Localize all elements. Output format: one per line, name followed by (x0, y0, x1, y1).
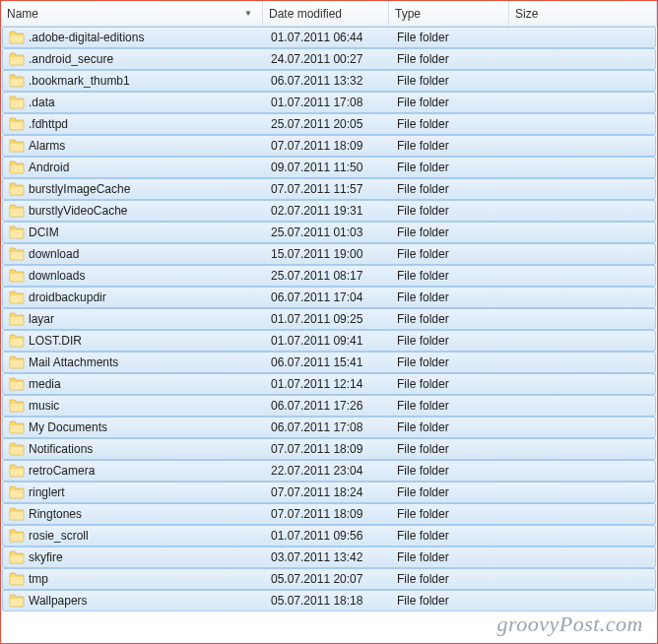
file-date-cell: 01.07.2011 17:08 (265, 96, 391, 109)
file-type-cell: File folder (391, 377, 511, 391)
file-type-cell: File folder (391, 204, 511, 218)
file-row[interactable]: Wallpapers05.07.2011 18:18File folder (2, 590, 656, 612)
file-type-cell: File folder (391, 420, 511, 434)
file-name-cell: Alarms (3, 139, 265, 153)
file-name-cell: droidbackupdir (3, 290, 265, 304)
file-row[interactable]: .adobe-digital-editions01.07.2011 06:44F… (2, 27, 656, 48)
file-name-cell: skyfire (3, 550, 265, 564)
file-type-cell: File folder (391, 225, 511, 239)
file-name-cell: Wallpapers (3, 594, 265, 608)
folder-icon (9, 247, 25, 261)
file-row[interactable]: burstlyVideoCache02.07.2011 19:31File fo… (2, 200, 656, 222)
file-name-cell: Ringtones (3, 507, 265, 521)
file-row[interactable]: tmp05.07.2011 20:07File folder (2, 568, 656, 590)
column-header-type[interactable]: Type (389, 1, 509, 26)
file-type-cell: File folder (391, 355, 511, 369)
file-date-cell: 07.07.2011 18:09 (265, 442, 391, 456)
file-type-cell: File folder (391, 117, 511, 131)
file-date-cell: 25.07.2011 01:03 (265, 225, 391, 239)
file-row[interactable]: Notifications07.07.2011 18:09File folder (2, 438, 656, 460)
file-row[interactable]: LOST.DIR01.07.2011 09:41File folder (2, 330, 656, 352)
file-row[interactable]: burstlyImageCache07.07.2011 11:57File fo… (2, 178, 656, 200)
folder-icon (9, 139, 25, 153)
file-row[interactable]: ringlert07.07.2011 18:24File folder (2, 482, 656, 503)
file-row[interactable]: download15.07.2011 19:00File folder (2, 243, 656, 265)
file-name-label: .fdhttpd (29, 117, 68, 131)
file-type-cell: File folder (391, 507, 511, 521)
file-type-cell: File folder (391, 399, 511, 413)
file-name-label: LOST.DIR (29, 334, 82, 348)
file-date-cell: 06.07.2011 17:26 (265, 399, 391, 413)
folder-icon (9, 117, 25, 131)
file-row[interactable]: Alarms07.07.2011 18:09File folder (2, 135, 656, 157)
folder-icon (9, 464, 25, 478)
file-type-cell: File folder (391, 464, 511, 478)
file-name-label: Android (29, 161, 69, 174)
column-header-name[interactable]: Name ▼ (1, 1, 263, 26)
file-name-label: .bookmark_thumb1 (29, 74, 130, 88)
file-name-cell: Notifications (3, 442, 265, 456)
file-date-cell: 01.07.2011 09:25 (265, 312, 391, 326)
file-type-cell: File folder (391, 312, 511, 326)
folder-icon (9, 594, 25, 608)
file-row[interactable]: .android_secure24.07.2011 00:27File fold… (2, 48, 656, 70)
file-name-label: burstlyImageCache (29, 182, 130, 196)
file-row[interactable]: DCIM25.07.2011 01:03File folder (2, 222, 656, 243)
column-header-date[interactable]: Date modified (263, 1, 389, 26)
file-name-label: Alarms (29, 139, 65, 153)
file-row[interactable]: .fdhttpd25.07.2011 20:05File folder (2, 113, 656, 135)
file-row[interactable]: My Documents06.07.2011 17:08File folder (2, 417, 656, 438)
file-row[interactable]: downloads25.07.2011 08:17File folder (2, 265, 656, 287)
file-date-cell: 01.07.2011 06:44 (265, 31, 391, 44)
file-name-cell: .adobe-digital-editions (3, 31, 265, 44)
file-name-cell: .data (3, 96, 265, 109)
file-name-label: retroCamera (29, 464, 95, 478)
file-date-cell: 05.07.2011 18:18 (265, 594, 391, 608)
file-row[interactable]: rosie_scroll01.07.2011 09:56File folder (2, 525, 656, 547)
file-type-cell: File folder (391, 96, 511, 109)
file-name-cell: .android_secure (3, 52, 265, 66)
sort-arrow-icon: ▼ (244, 9, 252, 18)
file-date-cell: 07.07.2011 18:09 (265, 139, 391, 153)
folder-icon (9, 269, 25, 283)
file-name-label: burstlyVideoCache (29, 204, 128, 218)
file-type-cell: File folder (391, 139, 511, 153)
file-row[interactable]: retroCamera22.07.2011 23:04File folder (2, 460, 656, 482)
file-name-label: ringlert (29, 485, 65, 499)
folder-icon (9, 550, 25, 564)
file-date-cell: 22.07.2011 23:04 (265, 464, 391, 478)
folder-icon (9, 334, 25, 348)
file-date-cell: 15.07.2011 19:00 (265, 247, 391, 261)
file-row[interactable]: Ringtones07.07.2011 18:09File folder (2, 503, 656, 525)
file-row[interactable]: skyfire03.07.2011 13:42File folder (2, 547, 656, 568)
file-row[interactable]: Android09.07.2011 11:50File folder (2, 157, 656, 178)
file-name-label: rosie_scroll (29, 529, 89, 543)
file-row[interactable]: .bookmark_thumb106.07.2011 13:32File fol… (2, 70, 656, 92)
file-date-cell: 06.07.2011 17:04 (265, 290, 391, 304)
folder-icon (9, 161, 25, 174)
file-date-cell: 06.07.2011 17:08 (265, 420, 391, 434)
file-row[interactable]: droidbackupdir06.07.2011 17:04File folde… (2, 287, 656, 308)
file-name-cell: Mail Attachments (3, 355, 265, 369)
file-row[interactable]: Mail Attachments06.07.2011 15:41File fol… (2, 352, 656, 373)
file-name-cell: download (3, 247, 265, 261)
file-row[interactable]: .data01.07.2011 17:08File folder (2, 92, 656, 113)
column-header-date-label: Date modified (269, 7, 342, 21)
file-row[interactable]: media01.07.2011 12:14File folder (2, 373, 656, 395)
folder-icon (9, 74, 25, 88)
file-name-label: downloads (29, 269, 85, 283)
file-type-cell: File folder (391, 594, 511, 608)
file-row[interactable]: layar01.07.2011 09:25File folder (2, 308, 656, 330)
file-name-label: skyfire (29, 550, 63, 564)
file-date-cell: 09.07.2011 11:50 (265, 161, 391, 174)
file-name-label: layar (29, 312, 54, 326)
column-header-size[interactable]: Size (509, 1, 657, 26)
file-name-cell: burstlyVideoCache (3, 204, 265, 218)
file-name-label: Mail Attachments (29, 355, 118, 369)
file-row[interactable]: music06.07.2011 17:26File folder (2, 395, 656, 417)
file-type-cell: File folder (391, 442, 511, 456)
file-date-cell: 07.07.2011 18:24 (265, 485, 391, 499)
file-name-label: tmp (29, 572, 48, 586)
file-list[interactable]: .adobe-digital-editions01.07.2011 06:44F… (1, 27, 657, 612)
watermark: groovyPost.com (496, 612, 643, 637)
